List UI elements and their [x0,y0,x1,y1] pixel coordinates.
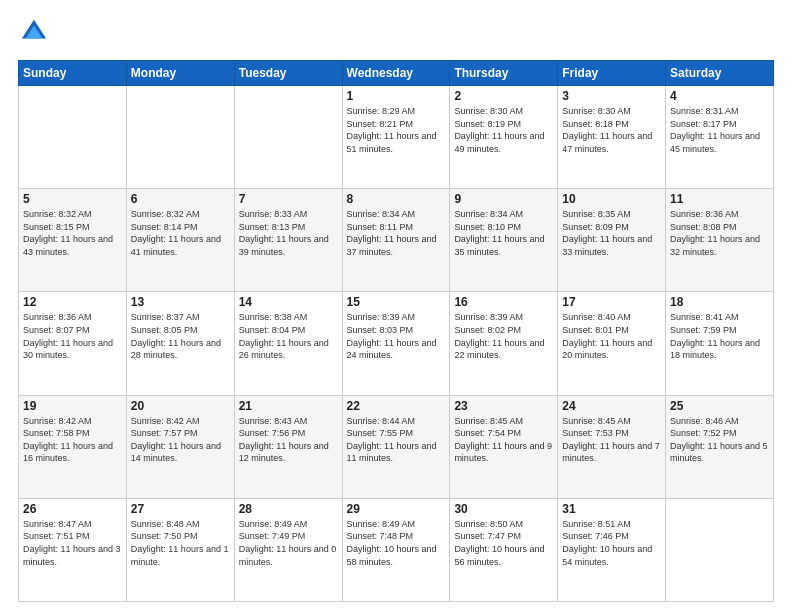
calendar-day-19: 19Sunrise: 8:42 AM Sunset: 7:58 PM Dayli… [19,395,127,498]
calendar-day-17: 17Sunrise: 8:40 AM Sunset: 8:01 PM Dayli… [558,292,666,395]
calendar-day-5: 5Sunrise: 8:32 AM Sunset: 8:15 PM Daylig… [19,189,127,292]
day-number: 24 [562,399,661,413]
calendar-week-2: 5Sunrise: 8:32 AM Sunset: 8:15 PM Daylig… [19,189,774,292]
weekday-header-row: SundayMondayTuesdayWednesdayThursdayFrid… [19,61,774,86]
day-info: Sunrise: 8:37 AM Sunset: 8:05 PM Dayligh… [131,311,230,361]
calendar-day-4: 4Sunrise: 8:31 AM Sunset: 8:17 PM Daylig… [666,86,774,189]
day-info: Sunrise: 8:32 AM Sunset: 8:15 PM Dayligh… [23,208,122,258]
calendar-day-30: 30Sunrise: 8:50 AM Sunset: 7:47 PM Dayli… [450,498,558,601]
day-info: Sunrise: 8:43 AM Sunset: 7:56 PM Dayligh… [239,415,338,465]
calendar-day-25: 25Sunrise: 8:46 AM Sunset: 7:52 PM Dayli… [666,395,774,498]
calendar-day-29: 29Sunrise: 8:49 AM Sunset: 7:48 PM Dayli… [342,498,450,601]
day-info: Sunrise: 8:31 AM Sunset: 8:17 PM Dayligh… [670,105,769,155]
day-info: Sunrise: 8:44 AM Sunset: 7:55 PM Dayligh… [347,415,446,465]
page-header [18,18,774,50]
calendar-day-22: 22Sunrise: 8:44 AM Sunset: 7:55 PM Dayli… [342,395,450,498]
calendar-day-18: 18Sunrise: 8:41 AM Sunset: 7:59 PM Dayli… [666,292,774,395]
day-number: 2 [454,89,553,103]
day-number: 19 [23,399,122,413]
day-info: Sunrise: 8:45 AM Sunset: 7:54 PM Dayligh… [454,415,553,465]
calendar-day-28: 28Sunrise: 8:49 AM Sunset: 7:49 PM Dayli… [234,498,342,601]
calendar-day-24: 24Sunrise: 8:45 AM Sunset: 7:53 PM Dayli… [558,395,666,498]
weekday-header-tuesday: Tuesday [234,61,342,86]
day-info: Sunrise: 8:49 AM Sunset: 7:48 PM Dayligh… [347,518,446,568]
calendar-week-3: 12Sunrise: 8:36 AM Sunset: 8:07 PM Dayli… [19,292,774,395]
day-info: Sunrise: 8:33 AM Sunset: 8:13 PM Dayligh… [239,208,338,258]
day-info: Sunrise: 8:51 AM Sunset: 7:46 PM Dayligh… [562,518,661,568]
calendar-day-1: 1Sunrise: 8:29 AM Sunset: 8:21 PM Daylig… [342,86,450,189]
calendar-day-23: 23Sunrise: 8:45 AM Sunset: 7:54 PM Dayli… [450,395,558,498]
day-number: 6 [131,192,230,206]
day-info: Sunrise: 8:42 AM Sunset: 7:57 PM Dayligh… [131,415,230,465]
day-number: 28 [239,502,338,516]
calendar-empty-cell [19,86,127,189]
calendar-day-26: 26Sunrise: 8:47 AM Sunset: 7:51 PM Dayli… [19,498,127,601]
day-number: 22 [347,399,446,413]
day-number: 9 [454,192,553,206]
calendar-day-14: 14Sunrise: 8:38 AM Sunset: 8:04 PM Dayli… [234,292,342,395]
calendar-day-6: 6Sunrise: 8:32 AM Sunset: 8:14 PM Daylig… [126,189,234,292]
day-info: Sunrise: 8:49 AM Sunset: 7:49 PM Dayligh… [239,518,338,568]
day-info: Sunrise: 8:39 AM Sunset: 8:03 PM Dayligh… [347,311,446,361]
day-info: Sunrise: 8:34 AM Sunset: 8:10 PM Dayligh… [454,208,553,258]
logo-icon [20,18,48,46]
day-number: 25 [670,399,769,413]
day-number: 31 [562,502,661,516]
day-info: Sunrise: 8:36 AM Sunset: 8:08 PM Dayligh… [670,208,769,258]
weekday-header-saturday: Saturday [666,61,774,86]
calendar-week-5: 26Sunrise: 8:47 AM Sunset: 7:51 PM Dayli… [19,498,774,601]
day-info: Sunrise: 8:42 AM Sunset: 7:58 PM Dayligh… [23,415,122,465]
day-info: Sunrise: 8:39 AM Sunset: 8:02 PM Dayligh… [454,311,553,361]
weekday-header-friday: Friday [558,61,666,86]
day-number: 3 [562,89,661,103]
calendar-empty-cell [234,86,342,189]
day-info: Sunrise: 8:36 AM Sunset: 8:07 PM Dayligh… [23,311,122,361]
calendar-day-12: 12Sunrise: 8:36 AM Sunset: 8:07 PM Dayli… [19,292,127,395]
day-info: Sunrise: 8:34 AM Sunset: 8:11 PM Dayligh… [347,208,446,258]
calendar-day-9: 9Sunrise: 8:34 AM Sunset: 8:10 PM Daylig… [450,189,558,292]
calendar-day-8: 8Sunrise: 8:34 AM Sunset: 8:11 PM Daylig… [342,189,450,292]
day-info: Sunrise: 8:30 AM Sunset: 8:19 PM Dayligh… [454,105,553,155]
day-number: 21 [239,399,338,413]
day-number: 8 [347,192,446,206]
calendar-empty-cell [666,498,774,601]
day-info: Sunrise: 8:29 AM Sunset: 8:21 PM Dayligh… [347,105,446,155]
day-number: 7 [239,192,338,206]
day-info: Sunrise: 8:45 AM Sunset: 7:53 PM Dayligh… [562,415,661,465]
weekday-header-monday: Monday [126,61,234,86]
day-number: 5 [23,192,122,206]
day-number: 26 [23,502,122,516]
day-number: 18 [670,295,769,309]
calendar-day-31: 31Sunrise: 8:51 AM Sunset: 7:46 PM Dayli… [558,498,666,601]
day-number: 13 [131,295,230,309]
day-number: 16 [454,295,553,309]
calendar-day-15: 15Sunrise: 8:39 AM Sunset: 8:03 PM Dayli… [342,292,450,395]
calendar-week-4: 19Sunrise: 8:42 AM Sunset: 7:58 PM Dayli… [19,395,774,498]
calendar-day-21: 21Sunrise: 8:43 AM Sunset: 7:56 PM Dayli… [234,395,342,498]
day-number: 20 [131,399,230,413]
day-info: Sunrise: 8:40 AM Sunset: 8:01 PM Dayligh… [562,311,661,361]
day-number: 17 [562,295,661,309]
calendar-day-3: 3Sunrise: 8:30 AM Sunset: 8:18 PM Daylig… [558,86,666,189]
calendar-day-10: 10Sunrise: 8:35 AM Sunset: 8:09 PM Dayli… [558,189,666,292]
calendar-day-20: 20Sunrise: 8:42 AM Sunset: 7:57 PM Dayli… [126,395,234,498]
calendar-day-7: 7Sunrise: 8:33 AM Sunset: 8:13 PM Daylig… [234,189,342,292]
calendar-day-2: 2Sunrise: 8:30 AM Sunset: 8:19 PM Daylig… [450,86,558,189]
logo [18,18,48,50]
weekday-header-thursday: Thursday [450,61,558,86]
calendar-table: SundayMondayTuesdayWednesdayThursdayFrid… [18,60,774,602]
day-info: Sunrise: 8:35 AM Sunset: 8:09 PM Dayligh… [562,208,661,258]
day-number: 11 [670,192,769,206]
weekday-header-sunday: Sunday [19,61,127,86]
day-number: 30 [454,502,553,516]
calendar-day-11: 11Sunrise: 8:36 AM Sunset: 8:08 PM Dayli… [666,189,774,292]
calendar-day-16: 16Sunrise: 8:39 AM Sunset: 8:02 PM Dayli… [450,292,558,395]
day-info: Sunrise: 8:50 AM Sunset: 7:47 PM Dayligh… [454,518,553,568]
calendar-day-13: 13Sunrise: 8:37 AM Sunset: 8:05 PM Dayli… [126,292,234,395]
day-info: Sunrise: 8:38 AM Sunset: 8:04 PM Dayligh… [239,311,338,361]
day-number: 27 [131,502,230,516]
calendar-day-27: 27Sunrise: 8:48 AM Sunset: 7:50 PM Dayli… [126,498,234,601]
day-number: 15 [347,295,446,309]
calendar-empty-cell [126,86,234,189]
weekday-header-wednesday: Wednesday [342,61,450,86]
